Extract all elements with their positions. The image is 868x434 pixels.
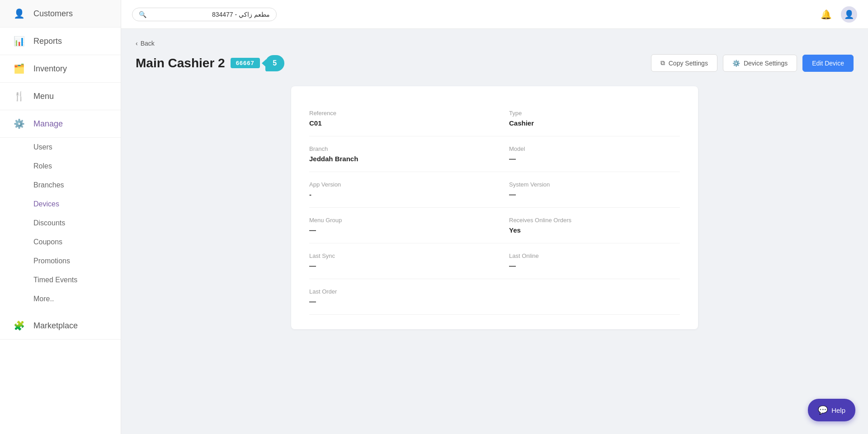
sidebar-item-reports[interactable]: 📊 Reports (0, 28, 121, 55)
detail-field-system-version: System Version — (495, 172, 680, 208)
search-box[interactable]: 🔍 (132, 8, 277, 21)
sidebar-item-more[interactable]: More.. (0, 289, 121, 308)
help-button[interactable]: 💬 Help (808, 399, 855, 421)
detail-value: — (309, 226, 480, 234)
sidebar-label-customers: Customers (33, 9, 73, 19)
manage-sub-menu: Users Roles Branches Devices Discounts C… (0, 138, 121, 312)
device-code-badge: 66667 (231, 58, 260, 68)
detail-field-menu-group: Menu Group — (309, 208, 495, 243)
detail-label: App Version (309, 181, 480, 188)
detail-label: Last Online (509, 252, 680, 259)
detail-value: Yes (509, 226, 680, 234)
detail-label: Model (509, 145, 680, 152)
settings-icon: ⚙️ (732, 60, 740, 67)
copy-settings-label: Copy Settings (669, 60, 708, 67)
detail-field-last-online: Last Online — (495, 243, 680, 279)
detail-field-last-sync: Last Sync — (309, 243, 495, 279)
details-grid: Reference C01 Type Cashier Branch Jeddah… (309, 101, 680, 315)
device-number-badge: 5 (265, 55, 284, 71)
device-settings-label: Device Settings (744, 60, 788, 67)
detail-label: Type (509, 110, 680, 117)
manage-icon: ⚙️ (13, 118, 25, 129)
sidebar-item-users[interactable]: Users (0, 138, 121, 157)
sidebar-item-inventory[interactable]: 🗂️ Inventory (0, 55, 121, 83)
copy-icon: ⧉ (660, 59, 665, 67)
copy-settings-button[interactable]: ⧉ Copy Settings (651, 54, 717, 72)
sidebar-item-manage[interactable]: ⚙️ Manage (0, 110, 121, 138)
inventory-icon: 🗂️ (13, 63, 25, 74)
page-header: Main Cashier 2 66667 5 ⧉ Copy Settings ⚙… (136, 54, 854, 72)
detail-field-last-order: Last Order — (309, 279, 680, 315)
detail-label: Last Sync (309, 252, 480, 259)
search-input[interactable] (150, 11, 270, 18)
customers-icon: 👤 (13, 8, 25, 19)
sidebar-item-timed-events[interactable]: Timed Events (0, 271, 121, 289)
detail-value: — (509, 191, 680, 198)
reports-icon: 📊 (13, 36, 25, 47)
sidebar-item-coupons[interactable]: Coupons (0, 233, 121, 252)
detail-label: System Version (509, 181, 680, 188)
sidebar-label-marketplace: Marketplace (33, 321, 78, 331)
edit-device-button[interactable]: Edit Device (802, 55, 854, 72)
detail-value: C01 (309, 119, 480, 127)
search-icon: 🔍 (139, 11, 146, 18)
sidebar-item-devices[interactable]: Devices (0, 195, 121, 214)
detail-label: Receives Online Orders (509, 217, 680, 224)
detail-field-app-version: App Version - (309, 172, 495, 208)
detail-field-model: Model — (495, 136, 680, 172)
detail-value: — (309, 262, 480, 270)
help-label: Help (831, 406, 845, 414)
notification-icon[interactable]: 🔔 (821, 9, 832, 20)
device-settings-button[interactable]: ⚙️ Device Settings (723, 55, 797, 72)
avatar[interactable]: 👤 (841, 6, 857, 23)
detail-value: Jeddah Branch (309, 155, 480, 163)
detail-label: Last Order (309, 288, 665, 295)
detail-label: Branch (309, 145, 480, 152)
detail-label: Menu Group (309, 217, 480, 224)
sidebar-item-branches[interactable]: Branches (0, 176, 121, 195)
detail-value: — (309, 298, 665, 305)
back-arrow-icon: ‹ (136, 40, 138, 47)
menu-icon: 🍴 (13, 91, 25, 102)
sidebar-item-menu[interactable]: 🍴 Menu (0, 83, 121, 110)
sidebar-label-reports: Reports (33, 37, 62, 46)
marketplace-icon: 🧩 (13, 320, 25, 331)
page-content: ‹ Back Main Cashier 2 66667 5 ⧉ Copy Set… (121, 29, 868, 434)
title-area: Main Cashier 2 66667 5 (136, 55, 284, 71)
header-actions: ⧉ Copy Settings ⚙️ Device Settings Edit … (651, 54, 854, 72)
detail-value: - (309, 191, 480, 198)
sidebar-label-manage: Manage (33, 119, 63, 129)
sidebar-item-marketplace[interactable]: 🧩 Marketplace (0, 312, 121, 340)
sidebar: 👤 Customers 📊 Reports 🗂️ Inventory 🍴 Men… (0, 0, 121, 434)
sidebar-item-customers[interactable]: 👤 Customers (0, 0, 121, 28)
sidebar-item-promotions[interactable]: Promotions (0, 252, 121, 271)
detail-value: — (509, 155, 680, 163)
detail-value: — (509, 262, 680, 270)
help-icon: 💬 (818, 405, 828, 415)
details-card: Reference C01 Type Cashier Branch Jeddah… (291, 86, 698, 329)
detail-field-reference: Reference C01 (309, 101, 495, 136)
detail-value: Cashier (509, 119, 680, 127)
sidebar-item-discounts[interactable]: Discounts (0, 214, 121, 233)
sidebar-item-roles[interactable]: Roles (0, 157, 121, 176)
edit-device-label: Edit Device (812, 60, 844, 67)
back-link[interactable]: ‹ Back (136, 40, 155, 47)
topbar-right: 🔔 👤 (821, 6, 857, 23)
detail-label: Reference (309, 110, 480, 117)
detail-field-receives-online-orders: Receives Online Orders Yes (495, 208, 680, 243)
page-title: Main Cashier 2 (136, 56, 225, 70)
main-area: 🔍 🔔 👤 ‹ Back Main Cashier 2 66667 5 ⧉ Co… (121, 0, 868, 434)
sidebar-label-inventory: Inventory (33, 64, 67, 74)
topbar: 🔍 🔔 👤 (121, 0, 868, 29)
back-label: Back (141, 40, 155, 47)
detail-field-branch: Branch Jeddah Branch (309, 136, 495, 172)
detail-field-type: Type Cashier (495, 101, 680, 136)
sidebar-label-menu: Menu (33, 92, 54, 101)
